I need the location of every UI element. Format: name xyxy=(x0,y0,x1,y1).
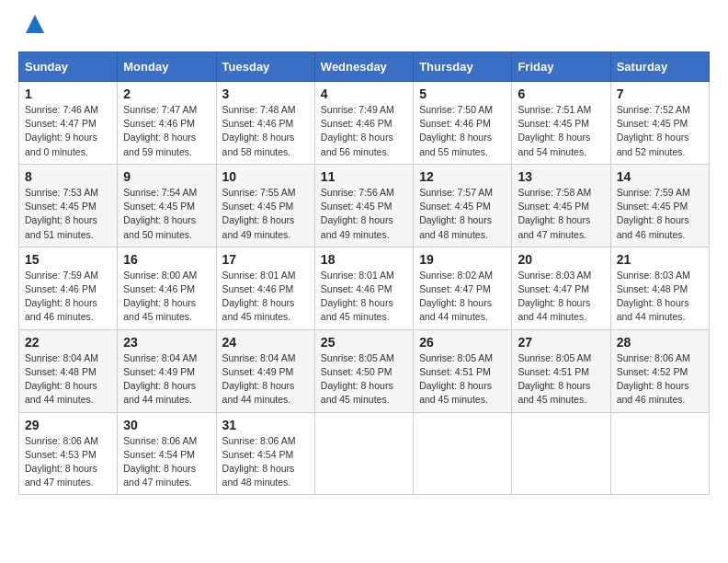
day-info: Sunrise: 8:01 AMSunset: 4:46 PMDaylight:… xyxy=(222,269,309,325)
day-number: 18 xyxy=(321,252,407,267)
day-number: 15 xyxy=(25,252,111,267)
calendar-cell: 30Sunrise: 8:06 AMSunset: 4:54 PMDayligh… xyxy=(118,412,216,495)
day-number: 9 xyxy=(123,169,210,184)
calendar-cell: 15Sunrise: 7:59 AMSunset: 4:46 PMDayligh… xyxy=(19,247,118,329)
day-number: 5 xyxy=(419,86,506,101)
calendar-cell xyxy=(414,412,512,495)
calendar-cell: 14Sunrise: 7:59 AMSunset: 4:45 PMDayligh… xyxy=(610,164,709,247)
calendar-cell xyxy=(314,412,413,495)
logo-icon xyxy=(22,11,48,37)
day-info: Sunrise: 8:04 AMSunset: 4:49 PMDaylight:… xyxy=(222,351,309,408)
svg-marker-0 xyxy=(26,15,44,33)
day-number: 8 xyxy=(25,169,111,184)
header-saturday: Saturday xyxy=(610,52,709,82)
calendar-cell: 11Sunrise: 7:56 AMSunset: 4:45 PMDayligh… xyxy=(314,164,413,247)
day-info: Sunrise: 8:04 AMSunset: 4:49 PMDaylight:… xyxy=(123,351,210,408)
calendar-cell: 21Sunrise: 8:03 AMSunset: 4:48 PMDayligh… xyxy=(610,247,709,329)
day-info: Sunrise: 7:46 AMSunset: 4:47 PMDaylight:… xyxy=(25,103,111,159)
page-header xyxy=(18,18,710,37)
calendar-cell: 25Sunrise: 8:05 AMSunset: 4:50 PMDayligh… xyxy=(314,329,413,412)
day-number: 30 xyxy=(123,418,210,432)
day-number: 4 xyxy=(321,86,407,101)
header-sunday: Sunday xyxy=(19,52,118,82)
day-info: Sunrise: 7:51 AMSunset: 4:45 PMDaylight:… xyxy=(518,103,604,159)
day-info: Sunrise: 7:58 AMSunset: 4:45 PMDaylight:… xyxy=(518,186,604,242)
day-info: Sunrise: 7:50 AMSunset: 4:46 PMDaylight:… xyxy=(419,103,506,159)
day-number: 24 xyxy=(222,335,309,350)
day-number: 3 xyxy=(222,86,309,101)
day-number: 29 xyxy=(25,418,111,432)
calendar-cell: 27Sunrise: 8:05 AMSunset: 4:51 PMDayligh… xyxy=(512,329,610,412)
day-number: 13 xyxy=(518,169,604,184)
day-number: 16 xyxy=(123,252,210,267)
calendar-cell: 1Sunrise: 7:46 AMSunset: 4:47 PMDaylight… xyxy=(19,82,118,165)
calendar-cell: 13Sunrise: 7:58 AMSunset: 4:45 PMDayligh… xyxy=(512,164,610,247)
calendar-cell: 26Sunrise: 8:05 AMSunset: 4:51 PMDayligh… xyxy=(414,329,512,412)
calendar-cell xyxy=(610,412,709,495)
header-friday: Friday xyxy=(512,52,610,82)
day-number: 2 xyxy=(123,86,210,101)
day-info: Sunrise: 8:03 AMSunset: 4:48 PMDaylight:… xyxy=(617,269,703,325)
day-info: Sunrise: 7:56 AMSunset: 4:45 PMDaylight:… xyxy=(321,186,407,242)
day-number: 1 xyxy=(25,86,111,101)
day-number: 7 xyxy=(617,86,703,101)
day-info: Sunrise: 7:57 AMSunset: 4:45 PMDaylight:… xyxy=(419,186,506,242)
day-number: 14 xyxy=(617,169,703,184)
day-number: 10 xyxy=(222,169,309,184)
calendar-cell: 22Sunrise: 8:04 AMSunset: 4:48 PMDayligh… xyxy=(19,329,118,412)
day-info: Sunrise: 7:59 AMSunset: 4:45 PMDaylight:… xyxy=(617,186,703,242)
day-number: 25 xyxy=(321,335,407,350)
day-info: Sunrise: 7:53 AMSunset: 4:45 PMDaylight:… xyxy=(25,186,111,242)
day-info: Sunrise: 7:52 AMSunset: 4:45 PMDaylight:… xyxy=(617,103,703,159)
day-number: 17 xyxy=(222,252,309,267)
calendar-cell: 24Sunrise: 8:04 AMSunset: 4:49 PMDayligh… xyxy=(216,329,314,412)
day-number: 28 xyxy=(617,335,703,350)
calendar-week-5: 29Sunrise: 8:06 AMSunset: 4:53 PMDayligh… xyxy=(19,412,710,495)
header-wednesday: Wednesday xyxy=(314,52,413,82)
day-info: Sunrise: 7:47 AMSunset: 4:46 PMDaylight:… xyxy=(123,103,210,159)
header-monday: Monday xyxy=(118,52,216,82)
calendar-header-row: SundayMondayTuesdayWednesdayThursdayFrid… xyxy=(19,52,710,82)
day-info: Sunrise: 8:00 AMSunset: 4:46 PMDaylight:… xyxy=(123,269,210,325)
calendar-cell: 8Sunrise: 7:53 AMSunset: 4:45 PMDaylight… xyxy=(19,164,118,247)
day-info: Sunrise: 7:54 AMSunset: 4:45 PMDaylight:… xyxy=(123,186,210,242)
day-info: Sunrise: 7:55 AMSunset: 4:45 PMDaylight:… xyxy=(222,186,309,242)
day-info: Sunrise: 7:59 AMSunset: 4:46 PMDaylight:… xyxy=(25,269,111,325)
calendar-cell: 3Sunrise: 7:48 AMSunset: 4:46 PMDaylight… xyxy=(216,82,314,165)
calendar-cell: 4Sunrise: 7:49 AMSunset: 4:46 PMDaylight… xyxy=(314,82,413,165)
day-info: Sunrise: 8:06 AMSunset: 4:52 PMDaylight:… xyxy=(617,351,703,408)
day-info: Sunrise: 7:48 AMSunset: 4:46 PMDaylight:… xyxy=(222,103,309,159)
calendar-cell: 5Sunrise: 7:50 AMSunset: 4:46 PMDaylight… xyxy=(414,82,512,165)
logo xyxy=(18,18,48,37)
day-number: 27 xyxy=(518,335,604,350)
day-number: 22 xyxy=(25,335,111,350)
calendar-week-3: 15Sunrise: 7:59 AMSunset: 4:46 PMDayligh… xyxy=(19,247,710,329)
day-info: Sunrise: 8:05 AMSunset: 4:51 PMDaylight:… xyxy=(518,351,604,408)
calendar-cell: 29Sunrise: 8:06 AMSunset: 4:53 PMDayligh… xyxy=(19,412,118,495)
day-info: Sunrise: 8:06 AMSunset: 4:54 PMDaylight:… xyxy=(222,434,309,490)
day-info: Sunrise: 8:02 AMSunset: 4:47 PMDaylight:… xyxy=(419,269,506,325)
calendar-cell xyxy=(512,412,610,495)
day-info: Sunrise: 8:05 AMSunset: 4:51 PMDaylight:… xyxy=(419,351,506,408)
calendar-cell: 28Sunrise: 8:06 AMSunset: 4:52 PMDayligh… xyxy=(610,329,709,412)
day-info: Sunrise: 8:05 AMSunset: 4:50 PMDaylight:… xyxy=(321,351,407,408)
day-info: Sunrise: 8:06 AMSunset: 4:53 PMDaylight:… xyxy=(25,434,111,490)
day-number: 11 xyxy=(321,169,407,184)
calendar-cell: 20Sunrise: 8:03 AMSunset: 4:47 PMDayligh… xyxy=(512,247,610,329)
day-number: 26 xyxy=(419,335,506,350)
day-number: 20 xyxy=(518,252,604,267)
day-number: 23 xyxy=(123,335,210,350)
calendar-cell: 17Sunrise: 8:01 AMSunset: 4:46 PMDayligh… xyxy=(216,247,314,329)
calendar-cell: 12Sunrise: 7:57 AMSunset: 4:45 PMDayligh… xyxy=(414,164,512,247)
calendar-cell: 16Sunrise: 8:00 AMSunset: 4:46 PMDayligh… xyxy=(118,247,216,329)
calendar-cell: 7Sunrise: 7:52 AMSunset: 4:45 PMDaylight… xyxy=(610,82,709,165)
calendar-week-2: 8Sunrise: 7:53 AMSunset: 4:45 PMDaylight… xyxy=(19,164,710,247)
calendar-week-1: 1Sunrise: 7:46 AMSunset: 4:47 PMDaylight… xyxy=(19,82,710,165)
calendar-cell: 9Sunrise: 7:54 AMSunset: 4:45 PMDaylight… xyxy=(118,164,216,247)
day-number: 6 xyxy=(518,86,604,101)
day-info: Sunrise: 8:06 AMSunset: 4:54 PMDaylight:… xyxy=(123,434,210,490)
day-info: Sunrise: 8:04 AMSunset: 4:48 PMDaylight:… xyxy=(25,351,111,408)
day-info: Sunrise: 8:03 AMSunset: 4:47 PMDaylight:… xyxy=(518,269,604,325)
calendar-cell: 31Sunrise: 8:06 AMSunset: 4:54 PMDayligh… xyxy=(216,412,314,495)
day-info: Sunrise: 8:01 AMSunset: 4:46 PMDaylight:… xyxy=(321,269,407,325)
